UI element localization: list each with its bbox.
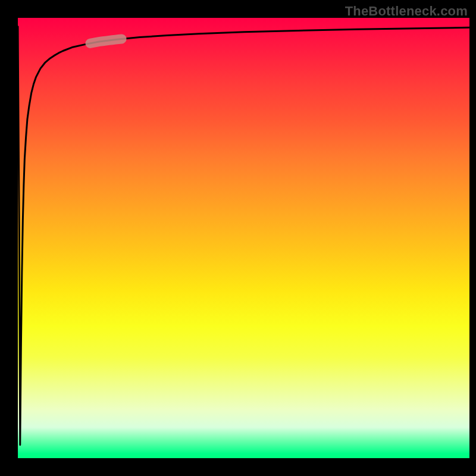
curve-layer [18,18,469,458]
curve-highlight [90,39,121,43]
chart-stage: TheBottleneck.com [0,0,476,476]
credit-label: TheBottleneck.com [345,4,468,19]
bottleneck-curve [18,27,469,445]
